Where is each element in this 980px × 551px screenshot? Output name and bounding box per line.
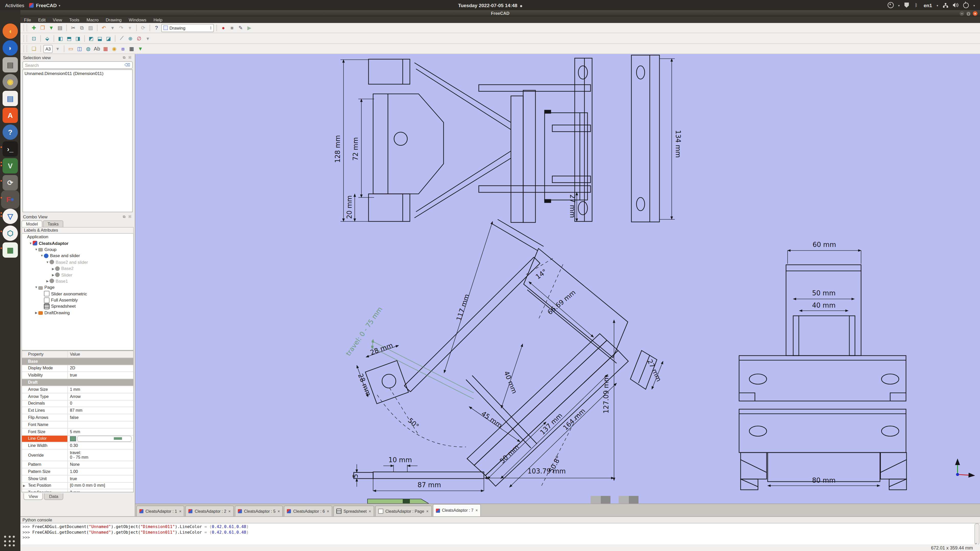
close-panel-icon[interactable]: ☒ [128,214,132,218]
doc-tab-cleatsadaptor-6[interactable]: CleatsAdaptor : 6× [284,506,332,516]
close-tab-icon[interactable]: × [179,509,181,513]
tree-item-base2-and-slider[interactable]: ▼Base2 and slider [22,259,133,265]
selection-view-header[interactable]: Selection view ⧉ ☒ [21,54,135,61]
whatsthis-icon[interactable]: ? [153,24,160,32]
tree-item-base2[interactable]: ▶Base2 [22,265,133,272]
property-row-pattern-size[interactable]: Pattern Size1.00 [22,468,133,475]
window-title-bar[interactable]: FreeCAD − ▢ × [21,10,980,16]
print-icon[interactable]: ▤ [56,24,64,32]
macro-stop-icon[interactable]: ■ [228,24,236,32]
tab-model[interactable]: Model [21,221,42,227]
tree-item-slider[interactable]: ▶Slider [22,272,133,278]
tab-data[interactable]: Data [44,493,64,500]
clip-view-icon[interactable]: ▦ [102,45,110,52]
tree-item-slider-axonometric[interactable]: Slider axonometric [22,291,133,297]
accessibility-icon[interactable] [887,2,894,8]
close-tab-icon[interactable]: × [278,509,280,513]
float-panel-icon[interactable]: ⧉ [123,214,127,218]
property-row-font-size[interactable]: Font Size5 mm [22,429,133,436]
web-view-icon[interactable]: ◍ [84,45,92,52]
spreadsheet-view-icon[interactable]: ▦ [128,45,135,52]
dimension-label[interactable]: 5 [352,474,360,478]
right-view-icon[interactable]: ◨ [74,35,82,42]
page-size-selector[interactable]: A3 [43,44,53,53]
tab-view[interactable]: View [24,493,43,500]
dock-item-terminal[interactable]: ›_ [3,141,18,157]
expander-icon[interactable]: ▶ [23,484,25,487]
dock-item-firefox[interactable]: ◖ [3,24,18,39]
tree-item-base-and-slider[interactable]: ▼Base and slider [22,252,133,259]
doc-tab-cleatsadaptor-1[interactable]: CleatsAdaptor : 1× [136,506,185,516]
bluetooth-icon[interactable]: ᛒ [913,2,919,8]
float-panel-icon[interactable]: ⧉ [123,56,127,59]
dimension-label[interactable]: 14° [534,268,548,281]
volume-icon[interactable] [953,2,959,8]
maximize-button[interactable]: ▢ [966,11,971,16]
clip-group-icon[interactable]: ◫ [76,45,83,52]
zoom-icon[interactable]: ⊕ [127,35,134,42]
front-view-icon[interactable]: ◧ [57,35,64,42]
dimension-label[interactable]: 40 mm [812,302,835,309]
tree-item-group[interactable]: ▼Group [22,246,133,253]
fit-all-icon[interactable]: ⊡ [30,35,38,42]
expander-icon[interactable]: ▼ [29,241,33,245]
macro-edit-icon[interactable]: ✎ [237,24,245,32]
selection-list[interactable]: Unnamed.Dimension011 (Dimension011) [22,69,133,212]
cut-icon[interactable]: ✂ [69,24,77,32]
search-input[interactable]: Search ⌫ [22,61,133,69]
network-icon[interactable] [943,2,948,8]
dimension-label[interactable]: 45 mm [480,410,504,429]
property-row-text-position[interactable]: ▶Text Position[0 mm 0 mm 0 mm] [22,483,133,489]
property-row-show-unit[interactable]: Show Unittrue [22,475,133,483]
clear-search-icon[interactable]: ⌫ [124,63,130,67]
close-panel-icon[interactable]: ☒ [128,56,132,59]
dock-item-freecad[interactable]: F✱ [3,192,18,207]
expander-icon[interactable]: ▶ [45,279,49,283]
expander-icon[interactable]: ▼ [45,261,49,264]
close-tab-icon[interactable]: × [228,509,231,513]
macro-play-icon[interactable]: ▶ [245,24,253,32]
show-applications-button[interactable] [4,536,16,548]
dock-item-modeling-app[interactable]: ▽ [3,209,18,224]
property-row-font-name[interactable]: Font Name [22,421,133,429]
property-row-arrow-size[interactable]: Arrow Size1 mm [22,386,133,393]
dimension-label[interactable]: 128 mm [334,135,342,163]
dimension-label[interactable]: 137 mm [538,411,564,436]
menu-tools[interactable]: Tools [65,17,83,22]
system-tray[interactable]: ▾ ✓ ᛒ en1▾ ▾ [522,2,980,8]
menu-drawing[interactable]: Drawing [102,17,125,22]
property-row-arrow-type[interactable]: Arrow TypeArrow [22,393,133,400]
measure-icon[interactable]: ⟋ [118,35,126,42]
dimension-label[interactable]: 66.69 mm [546,289,577,316]
line-color-swatch[interactable] [70,436,76,441]
app-menu[interactable]: FreeCAD ▾ [29,2,60,8]
doc-tab-spreadsheet[interactable]: Spreadsheet× [333,506,374,516]
dimension-label[interactable]: 10 mm [388,456,412,464]
drawing-viewport[interactable]: 128 mm72 mm20 mm27 mm134 mm60 mm50 mm40 … [135,54,980,503]
shield-icon[interactable]: ✓ [904,3,909,8]
menu-view[interactable]: View [49,17,66,22]
dimension-label[interactable]: 72 mm [352,137,360,161]
dock-item-thunderbird[interactable]: ◗ [3,40,18,56]
doc-tab-cleatsadaptor-page[interactable]: CleatsAdaptor : Page× [375,506,431,516]
refresh-icon[interactable]: ⟳ [139,24,147,32]
expander-icon[interactable]: ▼ [34,286,38,289]
activities-button[interactable]: Activities [5,2,24,8]
bottom-view-icon[interactable]: ⬓ [96,35,103,42]
doc-tab-cleatsadaptor-2[interactable]: CleatsAdaptor : 2× [186,506,234,516]
menu-file[interactable]: File [21,17,35,22]
close-button[interactable]: × [973,11,977,16]
undo-icon[interactable]: ↶ [100,24,108,32]
new-file-icon[interactable]: ✚ [30,24,38,32]
expander-icon[interactable]: ▶ [51,267,55,270]
property-row-override[interactable]: Overridetravel: 0 - 75 mm [22,449,133,461]
dimension-label[interactable]: 87 mm [417,481,441,489]
dimension-label[interactable]: 127.09 mm [602,375,610,413]
open-file-icon[interactable]: ❐ [39,24,46,32]
dimension-label[interactable]: 50 mm [812,289,835,297]
property-row-flip-arrows[interactable]: Flip Arrowsfalse [22,414,133,421]
color-picker-button[interactable] [77,436,132,442]
dock-item-updater[interactable]: ⟳ [3,175,18,190]
expander-icon[interactable]: ▶ [34,311,38,314]
clip-plane-icon[interactable]: ∅ [135,35,143,42]
